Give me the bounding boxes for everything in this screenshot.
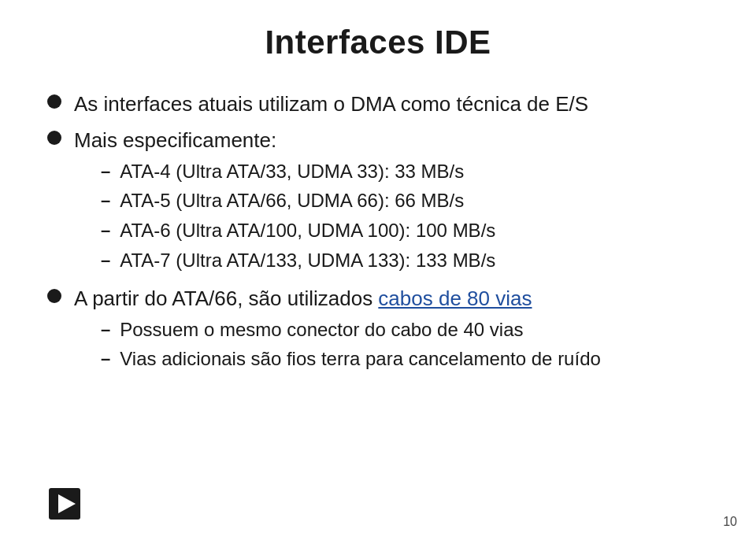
content-area: As interfaces atuais utilizam o DMA como… — [47, 90, 709, 509]
sub-item-2-4: – ATA-7 (Ultra ATA/133, UDMA 133): 133 M… — [101, 247, 495, 274]
page-number: 10 — [723, 515, 737, 529]
slide-title: Interfaces IDE — [47, 24, 709, 61]
sub-items-2: – ATA-4 (Ultra ATA/33, UDMA 33): 33 MB/s… — [101, 158, 495, 273]
slide-container: Interfaces IDE As interfaces atuais util… — [0, 0, 756, 540]
bullet-dot-1 — [47, 94, 61, 109]
sub-text-3-1: Possuem o mesmo conector do cabo de 40 v… — [120, 316, 523, 343]
bullet-item-2: Mais especificamente: – ATA-4 (Ultra ATA… — [47, 126, 709, 276]
dash-icon-2-3: – — [101, 219, 110, 243]
dash-icon-3-1: – — [101, 318, 110, 342]
sub-item-2-3: – ATA-6 (Ultra ATA/100, UDMA 100): 100 M… — [101, 217, 495, 244]
bullet-text-3-before: A partir do ATA/66, são utilizados — [74, 287, 378, 310]
bullet-text-2: Mais especificamente: — [74, 128, 276, 152]
sub-text-3-2: Vias adicionais são fios terra para canc… — [120, 346, 601, 372]
dash-icon-2-1: – — [101, 160, 110, 184]
sub-item-2-1: – ATA-4 (Ultra ATA/33, UDMA 33): 33 MB/s — [101, 158, 495, 185]
dash-icon-2-4: – — [101, 249, 110, 273]
dash-icon-2-2: – — [101, 189, 110, 213]
sub-text-2-1: ATA-4 (Ultra ATA/33, UDMA 33): 33 MB/s — [120, 158, 464, 185]
sub-items-3: – Possuem o mesmo conector do cabo de 40… — [101, 316, 601, 372]
bullet-3-content: A partir do ATA/66, são utilizados cabos… — [74, 284, 601, 375]
sub-text-2-4: ATA-7 (Ultra ATA/133, UDMA 133): 133 MB/… — [120, 247, 495, 274]
play-button-icon[interactable] — [47, 486, 82, 521]
dash-icon-3-2: – — [101, 347, 110, 372]
bullet-item-3: A partir do ATA/66, são utilizados cabos… — [47, 284, 709, 375]
sub-text-2-3: ATA-6 (Ultra ATA/100, UDMA 100): 100 MB/… — [120, 217, 495, 244]
bullet-item-1: As interfaces atuais utilizam o DMA como… — [47, 90, 709, 118]
bullet-2-content: Mais especificamente: – ATA-4 (Ultra ATA… — [74, 126, 495, 276]
sub-item-3-2: – Vias adicionais são fios terra para ca… — [101, 346, 601, 372]
bullet-text-1: As interfaces atuais utilizam o DMA como… — [74, 90, 588, 118]
sub-item-2-2: – ATA-5 (Ultra ATA/66, UDMA 66): 66 MB/s — [101, 187, 495, 214]
bullet-dot-2 — [47, 131, 61, 145]
sub-item-3-1: – Possuem o mesmo conector do cabo de 40… — [101, 316, 601, 343]
bullet-dot-3 — [47, 289, 61, 303]
bullet-link-3[interactable]: cabos de 80 vias — [378, 287, 532, 310]
play-button-container[interactable] — [47, 486, 82, 521]
sub-text-2-2: ATA-5 (Ultra ATA/66, UDMA 66): 66 MB/s — [120, 187, 464, 214]
